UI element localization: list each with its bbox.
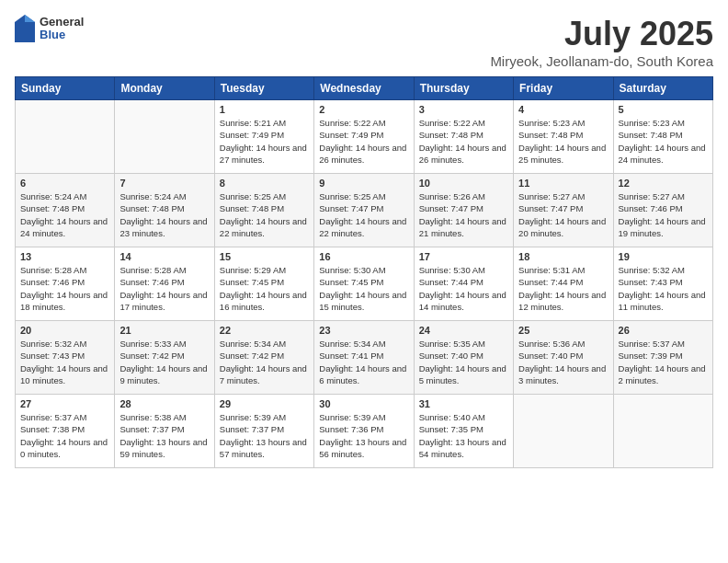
logo-blue: Blue: [40, 29, 84, 41]
logo-general: General: [40, 16, 84, 29]
day-info: Sunrise: 5:31 AM Sunset: 7:44 PM Dayligh…: [518, 264, 608, 313]
day-number: 18: [518, 251, 608, 262]
day-cell: [16, 100, 115, 174]
day-number: 5: [619, 104, 708, 115]
weekday-header-saturday: Saturday: [613, 77, 712, 100]
calendar-title: July 2025: [490, 15, 713, 53]
day-info: Sunrise: 5:30 AM Sunset: 7:44 PM Dayligh…: [419, 264, 508, 313]
day-info: Sunrise: 5:35 AM Sunset: 7:40 PM Dayligh…: [419, 338, 508, 386]
day-info: Sunrise: 5:30 AM Sunset: 7:45 PM Dayligh…: [319, 264, 408, 313]
day-cell: [514, 395, 613, 468]
day-info: Sunrise: 5:28 AM Sunset: 7:46 PM Dayligh…: [119, 264, 209, 313]
day-info: Sunrise: 5:33 AM Sunset: 7:42 PM Dayligh…: [119, 338, 209, 386]
day-info: Sunrise: 5:22 AM Sunset: 7:48 PM Dayligh…: [419, 117, 508, 166]
day-cell: 13Sunrise: 5:28 AM Sunset: 7:46 PM Dayli…: [16, 247, 115, 321]
day-cell: 15Sunrise: 5:29 AM Sunset: 7:45 PM Dayli…: [214, 247, 313, 321]
day-cell: 14Sunrise: 5:28 AM Sunset: 7:46 PM Dayli…: [115, 247, 214, 321]
day-cell: [613, 395, 712, 468]
day-number: 11: [518, 178, 608, 189]
weekday-header-sunday: Sunday: [16, 77, 115, 100]
day-info: Sunrise: 5:40 AM Sunset: 7:35 PM Dayligh…: [419, 411, 508, 460]
day-info: Sunrise: 5:34 AM Sunset: 7:41 PM Dayligh…: [319, 338, 408, 386]
day-info: Sunrise: 5:23 AM Sunset: 7:48 PM Dayligh…: [518, 117, 608, 166]
day-cell: 16Sunrise: 5:30 AM Sunset: 7:45 PM Dayli…: [314, 247, 414, 321]
logo: General Blue: [15, 15, 84, 42]
day-info: Sunrise: 5:25 AM Sunset: 7:48 PM Dayligh…: [220, 190, 309, 239]
day-number: 2: [319, 104, 408, 115]
day-info: Sunrise: 5:27 AM Sunset: 7:47 PM Dayligh…: [518, 190, 608, 239]
page-header: General Blue July 2025 Miryeok, Jeollana…: [15, 15, 713, 69]
day-cell: 22Sunrise: 5:34 AM Sunset: 7:42 PM Dayli…: [214, 321, 313, 395]
calendar-location: Miryeok, Jeollanam-do, South Korea: [490, 53, 713, 69]
day-info: Sunrise: 5:32 AM Sunset: 7:43 PM Dayligh…: [619, 264, 708, 313]
week-row-1: 1Sunrise: 5:21 AM Sunset: 7:49 PM Daylig…: [16, 100, 713, 174]
day-cell: 21Sunrise: 5:33 AM Sunset: 7:42 PM Dayli…: [115, 321, 214, 395]
weekday-header-row: SundayMondayTuesdayWednesdayThursdayFrid…: [16, 77, 713, 100]
day-number: 19: [619, 251, 708, 262]
day-number: 20: [20, 325, 109, 336]
weekday-header-friday: Friday: [514, 77, 613, 100]
day-number: 6: [20, 178, 109, 189]
day-number: 25: [518, 325, 608, 336]
logo-icon: [15, 15, 35, 42]
day-info: Sunrise: 5:23 AM Sunset: 7:48 PM Dayligh…: [619, 117, 708, 166]
week-row-3: 13Sunrise: 5:28 AM Sunset: 7:46 PM Dayli…: [16, 247, 713, 321]
day-cell: 9Sunrise: 5:25 AM Sunset: 7:47 PM Daylig…: [314, 174, 414, 247]
day-number: 21: [119, 325, 209, 336]
day-info: Sunrise: 5:28 AM Sunset: 7:46 PM Dayligh…: [20, 264, 109, 313]
day-cell: 8Sunrise: 5:25 AM Sunset: 7:48 PM Daylig…: [214, 174, 313, 247]
day-number: 28: [119, 398, 209, 409]
day-info: Sunrise: 5:22 AM Sunset: 7:49 PM Dayligh…: [319, 117, 408, 166]
day-info: Sunrise: 5:39 AM Sunset: 7:37 PM Dayligh…: [220, 411, 309, 460]
day-cell: 1Sunrise: 5:21 AM Sunset: 7:49 PM Daylig…: [214, 100, 313, 174]
day-cell: 2Sunrise: 5:22 AM Sunset: 7:49 PM Daylig…: [314, 100, 414, 174]
logo-text: General Blue: [40, 16, 84, 42]
day-cell: 17Sunrise: 5:30 AM Sunset: 7:44 PM Dayli…: [414, 247, 513, 321]
day-number: 26: [619, 325, 708, 336]
title-block: July 2025 Miryeok, Jeollanam-do, South K…: [490, 15, 713, 69]
day-number: 17: [419, 251, 508, 262]
day-cell: 24Sunrise: 5:35 AM Sunset: 7:40 PM Dayli…: [414, 321, 513, 395]
weekday-header-monday: Monday: [115, 77, 214, 100]
day-cell: 20Sunrise: 5:32 AM Sunset: 7:43 PM Dayli…: [16, 321, 115, 395]
week-row-4: 20Sunrise: 5:32 AM Sunset: 7:43 PM Dayli…: [16, 321, 713, 395]
day-cell: 31Sunrise: 5:40 AM Sunset: 7:35 PM Dayli…: [414, 395, 513, 468]
day-cell: 19Sunrise: 5:32 AM Sunset: 7:43 PM Dayli…: [613, 247, 712, 321]
weekday-header-wednesday: Wednesday: [314, 77, 414, 100]
day-info: Sunrise: 5:25 AM Sunset: 7:47 PM Dayligh…: [319, 190, 408, 239]
day-number: 12: [619, 178, 708, 189]
day-cell: [115, 100, 214, 174]
day-info: Sunrise: 5:38 AM Sunset: 7:37 PM Dayligh…: [119, 411, 209, 460]
day-info: Sunrise: 5:24 AM Sunset: 7:48 PM Dayligh…: [119, 190, 209, 239]
day-number: 16: [319, 251, 408, 262]
day-number: 3: [419, 104, 508, 115]
day-number: 8: [220, 178, 309, 189]
day-cell: 12Sunrise: 5:27 AM Sunset: 7:46 PM Dayli…: [613, 174, 712, 247]
day-number: 29: [220, 398, 309, 409]
day-info: Sunrise: 5:29 AM Sunset: 7:45 PM Dayligh…: [220, 264, 309, 313]
day-number: 7: [119, 178, 209, 189]
day-number: 10: [419, 178, 508, 189]
day-cell: 18Sunrise: 5:31 AM Sunset: 7:44 PM Dayli…: [514, 247, 613, 321]
day-number: 9: [319, 178, 408, 189]
day-cell: 5Sunrise: 5:23 AM Sunset: 7:48 PM Daylig…: [613, 100, 712, 174]
day-cell: 7Sunrise: 5:24 AM Sunset: 7:48 PM Daylig…: [115, 174, 214, 247]
day-cell: 27Sunrise: 5:37 AM Sunset: 7:38 PM Dayli…: [16, 395, 115, 468]
day-cell: 10Sunrise: 5:26 AM Sunset: 7:47 PM Dayli…: [414, 174, 513, 247]
day-info: Sunrise: 5:39 AM Sunset: 7:36 PM Dayligh…: [319, 411, 408, 460]
day-cell: 4Sunrise: 5:23 AM Sunset: 7:48 PM Daylig…: [514, 100, 613, 174]
weekday-header-thursday: Thursday: [414, 77, 513, 100]
day-cell: 29Sunrise: 5:39 AM Sunset: 7:37 PM Dayli…: [214, 395, 313, 468]
day-number: 31: [419, 398, 508, 409]
day-info: Sunrise: 5:26 AM Sunset: 7:47 PM Dayligh…: [419, 190, 508, 239]
day-number: 27: [20, 398, 109, 409]
day-info: Sunrise: 5:21 AM Sunset: 7:49 PM Dayligh…: [220, 117, 309, 166]
day-info: Sunrise: 5:36 AM Sunset: 7:40 PM Dayligh…: [518, 338, 608, 386]
day-cell: 28Sunrise: 5:38 AM Sunset: 7:37 PM Dayli…: [115, 395, 214, 468]
day-number: 13: [20, 251, 109, 262]
day-number: 30: [319, 398, 408, 409]
day-info: Sunrise: 5:37 AM Sunset: 7:38 PM Dayligh…: [20, 411, 109, 460]
day-number: 4: [518, 104, 608, 115]
day-info: Sunrise: 5:34 AM Sunset: 7:42 PM Dayligh…: [220, 338, 309, 386]
day-number: 24: [419, 325, 508, 336]
